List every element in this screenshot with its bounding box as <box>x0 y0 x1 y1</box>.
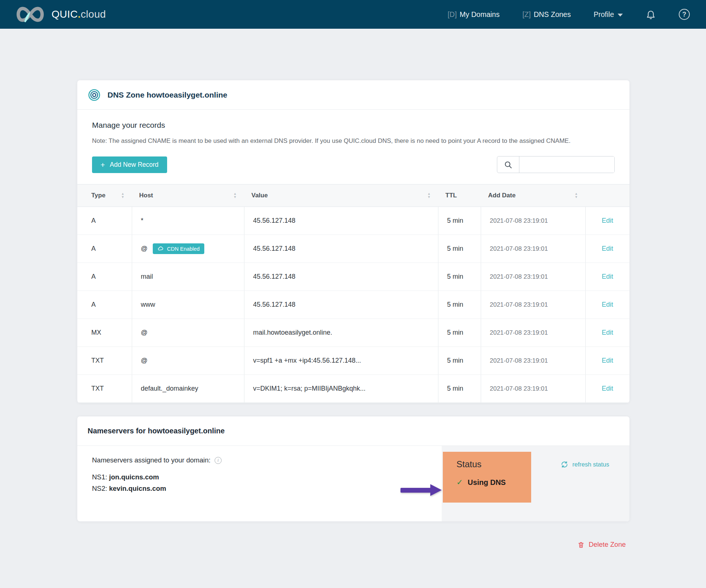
record-value-cell: 45.56.127.148 <box>244 263 438 291</box>
add-new-record-button[interactable]: + Add New Record <box>92 156 167 173</box>
search-input[interactable] <box>519 156 614 173</box>
refresh-status-link[interactable]: refresh status <box>561 461 609 468</box>
record-host-cell: www <box>132 291 244 319</box>
column-header-actions <box>585 184 629 207</box>
section-title: Manage your records <box>92 121 615 130</box>
top-navbar: QUIC.cloud [D] My Domains [Z] DNS Zones … <box>0 0 706 29</box>
search-icon <box>497 156 519 173</box>
status-value: Using DNS <box>468 478 506 487</box>
record-host-value: @ <box>141 329 148 337</box>
assigned-label: Nameservers assigned to your domain: <box>92 456 211 464</box>
record-ttl-cell: 5 min <box>438 347 481 375</box>
record-date-cell: 2021-07-08 23:19:01 <box>481 207 585 235</box>
record-value-cell: v=spf1 +a +mx +ip4:45.56.127.148... <box>244 347 438 375</box>
dns-zone-card: DNS Zone howtoeasilyget.online Manage yo… <box>77 80 629 403</box>
help-icon[interactable]: ? <box>679 9 690 20</box>
check-icon: ✓ <box>456 478 463 487</box>
delete-zone-link[interactable]: Delete Zone <box>578 541 626 549</box>
sort-icon[interactable]: ▲▼ <box>233 193 237 198</box>
record-value-cell: v=DKIM1; k=rsa; p=MIIBIjANBgkqhk... <box>244 375 438 403</box>
sort-icon[interactable]: ▲▼ <box>575 193 578 198</box>
sort-icon[interactable]: ▲▼ <box>121 193 124 198</box>
nav-item-my-domains[interactable]: [D] My Domains <box>448 10 500 19</box>
ns2-value: kevin.quicns.com <box>109 485 166 492</box>
record-host-value: @ <box>141 245 148 253</box>
nav-label-my-domains: My Domains <box>460 10 500 19</box>
record-date-cell: 2021-07-08 23:19:01 <box>481 319 585 347</box>
profile-label: Profile <box>594 10 614 19</box>
profile-dropdown[interactable]: Profile <box>594 10 623 19</box>
edit-record-link[interactable]: Edit <box>602 357 613 364</box>
record-host-value: @ <box>141 357 148 365</box>
plus-icon: + <box>100 161 105 169</box>
cdn-enabled-badge: CDN Enabled <box>153 243 205 254</box>
nameservers-card-header: Nameservers for howtoeasilyget.online <box>77 416 629 446</box>
record-host-value: www <box>141 301 155 309</box>
status-title: Status <box>456 459 531 469</box>
column-header-value[interactable]: Value ▲▼ <box>244 184 438 207</box>
nav-shortcut-z: [Z] <box>522 10 531 19</box>
column-header-type[interactable]: Type ▲▼ <box>77 184 132 207</box>
record-host-cell: @ CDN Enabled <box>132 235 244 263</box>
record-date-cell: 2021-07-08 23:19:01 <box>481 347 585 375</box>
record-host-cell: mail <box>132 263 244 291</box>
table-row: A @ CDN Enabled 45.56.127.148 5 min 2021… <box>77 235 629 263</box>
chevron-down-icon <box>618 14 623 17</box>
table-row: TXT @ v=spf1 +a +mx +ip4:45.56.127.148..… <box>77 347 629 375</box>
table-row: A www 45.56.127.148 5 min 2021-07-08 23:… <box>77 291 629 319</box>
column-header-ttl: TTL <box>438 184 481 207</box>
record-host-value: * <box>141 217 144 225</box>
info-icon[interactable]: i <box>215 457 222 464</box>
brand-name: QUIC.cloud <box>52 8 106 20</box>
record-date-cell: 2021-07-08 23:19:01 <box>481 263 585 291</box>
cname-note: Note: The assigned CNAME is meant to be … <box>92 136 607 146</box>
edit-record-link[interactable]: Edit <box>602 245 613 252</box>
column-header-host[interactable]: Host ▲▼ <box>132 184 244 207</box>
refresh-status-label: refresh status <box>572 461 609 468</box>
record-type-cell: A <box>77 207 132 235</box>
nameservers-card: Nameservers for howtoeasilyget.online Na… <box>77 416 629 521</box>
nav-item-dns-zones[interactable]: [Z] DNS Zones <box>522 10 571 19</box>
edit-record-link[interactable]: Edit <box>602 301 613 308</box>
record-type-cell: A <box>77 263 132 291</box>
edit-record-link[interactable]: Edit <box>602 385 613 392</box>
ns1-value: jon.quicns.com <box>109 473 159 481</box>
page-title: DNS Zone howtoeasilyget.online <box>107 91 227 99</box>
records-body: A * 45.56.127.148 5 min 2021-07-08 23:19… <box>77 207 629 403</box>
column-header-add-date[interactable]: Add Date ▲▼ <box>481 184 585 207</box>
dns-zone-card-header: DNS Zone howtoeasilyget.online <box>77 80 629 110</box>
edit-record-link[interactable]: Edit <box>602 217 613 224</box>
nav-shortcut-d: [D] <box>448 10 457 19</box>
record-date-cell: 2021-07-08 23:19:01 <box>481 375 585 403</box>
record-value-cell: 45.56.127.148 <box>244 207 438 235</box>
nameservers-title: Nameservers for howtoeasilyget.online <box>88 427 225 435</box>
quic-cloud-infinity-icon <box>15 5 46 24</box>
record-host-cell: @ <box>132 347 244 375</box>
nav-label-dns-zones: DNS Zones <box>534 10 571 19</box>
record-host-value: default._domainkey <box>141 385 198 392</box>
table-header-row: Type ▲▼ Host ▲▼ Value ▲▼ TTL <box>77 184 629 207</box>
refresh-icon <box>561 461 568 468</box>
delete-zone-label: Delete Zone <box>589 541 626 549</box>
record-host-cell: * <box>132 207 244 235</box>
notification-bell-icon[interactable] <box>646 9 656 20</box>
record-type-cell: A <box>77 291 132 319</box>
record-date-cell: 2021-07-08 23:19:01 <box>481 235 585 263</box>
dns-records-table: Type ▲▼ Host ▲▼ Value ▲▼ TTL <box>77 184 629 403</box>
edit-record-link[interactable]: Edit <box>602 273 613 280</box>
sort-icon[interactable]: ▲▼ <box>427 193 431 198</box>
status-highlight-box: Status ✓ Using DNS <box>443 452 531 503</box>
record-value-cell: mail.howtoeasilyget.online. <box>244 319 438 347</box>
table-row: A mail 45.56.127.148 5 min 2021-07-08 23… <box>77 263 629 291</box>
add-new-record-label: Add New Record <box>110 161 158 169</box>
target-bullseye-icon <box>88 88 101 102</box>
record-value-cell: 45.56.127.148 <box>244 291 438 319</box>
table-row: A * 45.56.127.148 5 min 2021-07-08 23:19… <box>77 207 629 235</box>
brand-logo[interactable]: QUIC.cloud <box>15 5 106 24</box>
record-date-cell: 2021-07-08 23:19:01 <box>481 291 585 319</box>
record-ttl-cell: 5 min <box>438 375 481 403</box>
edit-record-link[interactable]: Edit <box>602 329 613 336</box>
record-ttl-cell: 5 min <box>438 235 481 263</box>
table-row: MX @ mail.howtoeasilyget.online. 5 min 2… <box>77 319 629 347</box>
record-host-cell: @ <box>132 319 244 347</box>
